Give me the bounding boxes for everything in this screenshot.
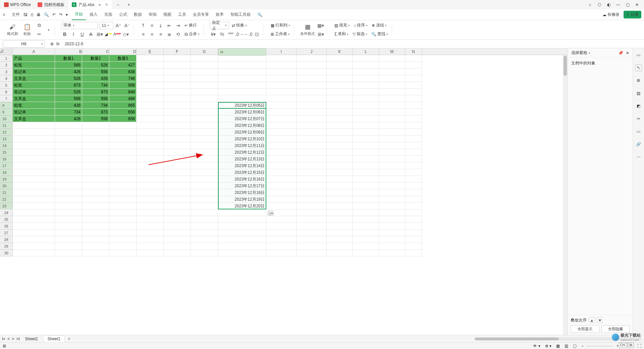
row-header[interactable]: 29 — [0, 243, 12, 250]
cell[interactable]: 858 — [109, 115, 137, 122]
menu-formula[interactable]: 公式 — [116, 9, 130, 20]
hamburger-icon[interactable]: ≡ — [3, 12, 8, 17]
cell[interactable] — [137, 89, 164, 95]
cell[interactable] — [353, 95, 379, 102]
zoom-out-button[interactable]: − — [581, 344, 584, 348]
cell[interactable] — [137, 55, 164, 62]
cell[interactable] — [353, 209, 379, 216]
row-header[interactable]: 6 — [0, 89, 12, 95]
col-D[interactable]: D — [109, 48, 137, 55]
name-box[interactable]: H8 ▾ — [3, 40, 45, 48]
cell[interactable] — [327, 82, 353, 89]
rail-select-icon[interactable]: ▭ — [635, 52, 642, 58]
formula-input[interactable]: 2023-12-5 — [62, 42, 644, 46]
cell[interactable] — [191, 209, 218, 216]
cell[interactable] — [164, 68, 191, 75]
cell[interactable] — [405, 68, 422, 75]
cell[interactable] — [137, 142, 164, 149]
cell[interactable] — [266, 183, 297, 189]
cell[interactable] — [379, 149, 405, 156]
indent-left-icon[interactable]: ⇤ — [166, 22, 173, 29]
cell[interactable] — [379, 122, 405, 129]
cell[interactable] — [266, 149, 297, 156]
cell[interactable] — [191, 75, 218, 82]
row-header[interactable]: 16 — [0, 156, 12, 162]
cell[interactable] — [266, 230, 297, 236]
cell[interactable] — [164, 196, 191, 203]
cell[interactable] — [13, 209, 55, 216]
rail-settings-icon[interactable]: ⚙ — [635, 77, 642, 84]
cell[interactable] — [164, 102, 191, 109]
cell[interactable] — [327, 68, 353, 75]
cell[interactable] — [266, 243, 297, 250]
cell[interactable] — [137, 68, 164, 75]
cell[interactable] — [82, 122, 109, 129]
cell[interactable] — [266, 176, 297, 183]
cell[interactable] — [405, 203, 422, 209]
cell[interactable] — [164, 62, 191, 68]
prev-sheet-icon[interactable]: < — [7, 337, 10, 341]
wrap-button[interactable]: ↵换行 — [183, 22, 198, 29]
row-header[interactable]: 3 — [0, 68, 12, 75]
decrease-font-icon[interactable]: A⁻ — [123, 22, 131, 29]
cell[interactable] — [137, 216, 164, 223]
cell[interactable] — [405, 142, 422, 149]
align-bottom-icon[interactable]: ⤓ — [157, 22, 164, 29]
cell[interactable]: 848 — [109, 89, 137, 95]
cell[interactable] — [191, 62, 218, 68]
row-header[interactable]: 15 — [0, 149, 12, 156]
modify-indicator[interactable]: ☁ 有修改 — [602, 12, 620, 17]
cell[interactable] — [327, 102, 353, 109]
col-M[interactable]: M — [379, 48, 405, 55]
cell[interactable] — [266, 95, 297, 102]
menu-review[interactable]: 审阅 — [146, 9, 160, 20]
cell[interactable] — [137, 183, 164, 189]
row-header[interactable]: 5 — [0, 82, 12, 89]
cell[interactable] — [55, 169, 82, 176]
cell[interactable] — [266, 55, 297, 62]
strike-button[interactable]: A — [87, 31, 95, 38]
cell[interactable] — [266, 102, 297, 109]
cell[interactable] — [353, 136, 379, 142]
thousands-icon[interactable]: ººº — [227, 31, 234, 38]
first-sheet-icon[interactable]: I< — [2, 337, 5, 341]
cell[interactable] — [109, 156, 137, 162]
row-header[interactable]: 21 — [0, 189, 12, 196]
cell[interactable] — [405, 89, 422, 95]
cell[interactable] — [297, 216, 327, 223]
close-tab-icon[interactable]: ✕ — [105, 2, 108, 7]
cell[interactable] — [266, 62, 297, 68]
cell[interactable] — [218, 243, 266, 250]
cell[interactable] — [109, 223, 137, 230]
row-header[interactable]: 12 — [0, 129, 12, 136]
cell[interactable] — [137, 115, 164, 122]
col-F[interactable]: F — [164, 48, 191, 55]
menu-smarttools[interactable]: 智能工具箱 — [227, 9, 254, 20]
cell[interactable] — [164, 223, 191, 230]
cell[interactable] — [191, 223, 218, 230]
cell[interactable] — [379, 162, 405, 169]
cell[interactable] — [297, 89, 327, 95]
cell[interactable] — [353, 243, 379, 250]
filter-button[interactable]: ▽筛选▾ — [351, 31, 369, 38]
cell[interactable] — [82, 209, 109, 216]
cell[interactable]: 838 — [109, 68, 137, 75]
rail-link-icon[interactable]: 🔗 — [635, 141, 642, 148]
cell[interactable] — [327, 136, 353, 142]
cell[interactable] — [379, 75, 405, 82]
col-H[interactable]: H — [218, 48, 266, 56]
cell[interactable] — [191, 109, 218, 115]
cell[interactable] — [191, 250, 218, 256]
cell[interactable] — [405, 250, 422, 256]
cell[interactable] — [353, 102, 379, 109]
cell[interactable] — [379, 223, 405, 230]
cell[interactable] — [327, 203, 353, 209]
cell[interactable] — [297, 129, 327, 136]
cell[interactable] — [109, 196, 137, 203]
cell[interactable] — [82, 156, 109, 162]
cell[interactable] — [218, 209, 266, 216]
preview-icon[interactable]: 🔍 — [44, 12, 49, 17]
cell[interactable] — [164, 109, 191, 115]
cell[interactable] — [109, 230, 137, 236]
cell[interactable] — [297, 169, 327, 176]
